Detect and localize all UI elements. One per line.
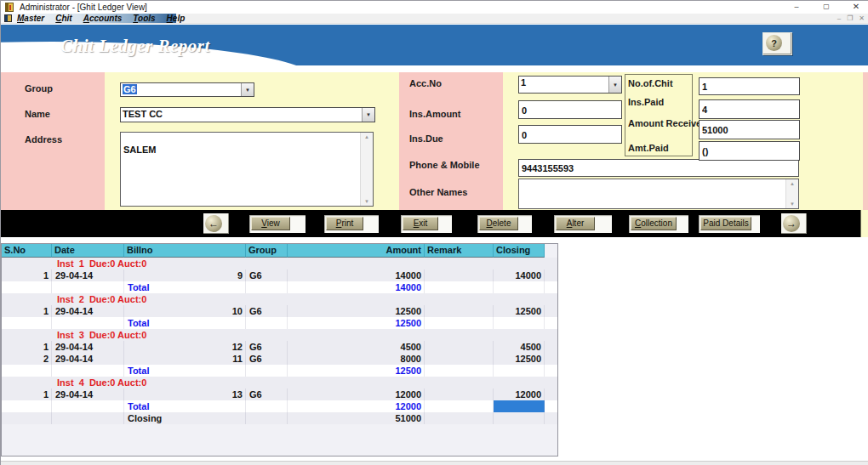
- grid-cell[interactable]: [2, 412, 52, 424]
- grid-cell[interactable]: [246, 281, 288, 293]
- grid-cell[interactable]: 51000: [288, 412, 425, 424]
- table-row[interactable]: 129-04-1412G645004500: [2, 341, 557, 353]
- grid-cell[interactable]: 11: [124, 353, 246, 365]
- button-face[interactable]: Collection: [631, 217, 677, 230]
- amt-paid-field[interactable]: [699, 141, 800, 161]
- grid-cell[interactable]: [2, 281, 52, 293]
- closing-row[interactable]: Closing51000: [2, 412, 557, 424]
- menu-item-chit[interactable]: Chit: [55, 14, 71, 23]
- menu-item-master[interactable]: Master: [17, 14, 44, 23]
- table-row[interactable]: 129-04-1413G61200012000: [2, 388, 557, 400]
- grid-cell[interactable]: 1: [2, 341, 52, 353]
- scroll-down-icon[interactable]: ▼: [361, 199, 373, 204]
- grid-cell[interactable]: [425, 281, 494, 293]
- grid-cell[interactable]: [494, 281, 545, 293]
- menu-item-accounts[interactable]: Accounts: [83, 14, 123, 23]
- grid-cell[interactable]: [2, 317, 52, 329]
- button-face[interactable]: View: [251, 217, 290, 230]
- forward-button[interactable]: →: [781, 213, 807, 234]
- grid-cell[interactable]: 12000: [494, 388, 545, 400]
- chevron-down-icon[interactable]: ▼: [608, 77, 621, 93]
- grid-cell[interactable]: 14000: [288, 281, 425, 293]
- grid-cell[interactable]: 2: [2, 353, 52, 365]
- grid-cell[interactable]: 8000: [288, 353, 425, 365]
- delete-button[interactable]: Delete: [477, 215, 532, 233]
- grid-cell[interactable]: [425, 269, 494, 281]
- grid-cell[interactable]: G6: [246, 388, 288, 400]
- grid-cell[interactable]: [494, 365, 545, 377]
- grid-cell[interactable]: [425, 305, 494, 317]
- ins-amount-field[interactable]: [518, 100, 622, 119]
- grid-cell[interactable]: 1: [2, 388, 52, 400]
- installment-header-row[interactable]: Inst 4 Due:0 Auct:0: [2, 377, 557, 388]
- ins-paid-field[interactable]: [699, 99, 800, 119]
- grid-cell[interactable]: [52, 400, 124, 412]
- grid-cell[interactable]: 4500: [494, 341, 545, 353]
- accno-combobox[interactable]: 1 ▼: [518, 76, 622, 94]
- column-header-amount[interactable]: Amount: [288, 244, 425, 258]
- table-row[interactable]: 129-04-149G61400014000: [2, 269, 557, 281]
- column-header-closing[interactable]: Closing: [494, 244, 545, 258]
- grid-cell[interactable]: 4500: [288, 341, 425, 353]
- total-row[interactable]: Total12500: [2, 317, 557, 329]
- grid-cell[interactable]: [246, 317, 288, 329]
- column-header-sno[interactable]: S.No: [2, 244, 52, 258]
- grid-cell[interactable]: [52, 281, 124, 293]
- grid-cell[interactable]: 29-04-14: [52, 269, 124, 281]
- help-button[interactable]: ?: [762, 32, 792, 55]
- grid-cell[interactable]: G6: [246, 269, 288, 281]
- grid-cell[interactable]: 12000: [288, 388, 425, 400]
- grid-cell[interactable]: [2, 400, 52, 412]
- minimize-icon[interactable]: –: [785, 1, 808, 14]
- total-row[interactable]: Total12500: [2, 365, 557, 377]
- menu-item-tools[interactable]: Tools: [133, 14, 155, 23]
- menu-item-help[interactable]: Help: [167, 14, 186, 23]
- grid-cell[interactable]: [425, 412, 494, 424]
- total-row[interactable]: Total14000: [2, 281, 557, 293]
- grid-cell[interactable]: 12500: [288, 305, 425, 317]
- total-row[interactable]: Total12000: [2, 400, 557, 412]
- grid-cell[interactable]: [425, 365, 494, 377]
- grid-cell[interactable]: [425, 388, 494, 400]
- scroll-up-icon[interactable]: ▲: [361, 134, 373, 139]
- button-face[interactable]: Alter: [556, 217, 595, 230]
- grid-cell[interactable]: 1: [2, 305, 52, 317]
- mdi-close-icon[interactable]: ✕: [859, 14, 865, 23]
- column-header-group[interactable]: Group: [246, 244, 288, 258]
- collection-button[interactable]: Collection: [629, 215, 688, 233]
- grid-cell[interactable]: 29-04-14: [52, 353, 124, 365]
- address-scrollbar[interactable]: ▲ ▼: [360, 133, 373, 206]
- grid-cell[interactable]: Total: [124, 365, 246, 377]
- button-face[interactable]: Print: [326, 217, 363, 230]
- grid-cell[interactable]: [52, 317, 124, 329]
- grid-cell[interactable]: 29-04-14: [52, 305, 124, 317]
- alter-button[interactable]: Alter: [554, 215, 612, 233]
- grid-cell[interactable]: G6: [246, 353, 288, 365]
- grid-cell[interactable]: Total: [124, 281, 246, 293]
- grid-cell[interactable]: 12500: [494, 305, 545, 317]
- grid-cell[interactable]: 10: [124, 305, 246, 317]
- maximize-icon[interactable]: ▢: [815, 1, 837, 14]
- grid-cell[interactable]: Total: [124, 317, 246, 329]
- button-face[interactable]: Delete: [479, 217, 518, 230]
- grid-cell[interactable]: 14000: [288, 269, 425, 281]
- grid-cell[interactable]: [246, 400, 288, 412]
- close-icon[interactable]: ✕: [845, 1, 867, 14]
- grid-cell[interactable]: [52, 412, 124, 424]
- address-textarea[interactable]: SALEM ▲ ▼: [120, 132, 374, 207]
- grid-cell[interactable]: [494, 412, 545, 424]
- grid-cell[interactable]: 12500: [288, 365, 425, 377]
- grid-cell[interactable]: 12500: [494, 353, 545, 365]
- grid-cell[interactable]: 9: [124, 269, 246, 281]
- exit-button[interactable]: Exit: [401, 215, 452, 233]
- grid-cell[interactable]: G6: [246, 305, 288, 317]
- grid-cell[interactable]: Closing: [124, 412, 246, 424]
- column-header-date[interactable]: Date: [52, 244, 124, 258]
- print-button[interactable]: Print: [324, 215, 379, 233]
- scroll-down-icon[interactable]: ▼: [786, 201, 798, 207]
- name-combobox[interactable]: TEST CC ▼: [120, 107, 375, 122]
- grid-cell[interactable]: [494, 317, 545, 329]
- button-face[interactable]: Exit: [403, 217, 438, 230]
- view-button[interactable]: View: [249, 215, 306, 233]
- paid-details-button[interactable]: Paid Details: [699, 215, 760, 233]
